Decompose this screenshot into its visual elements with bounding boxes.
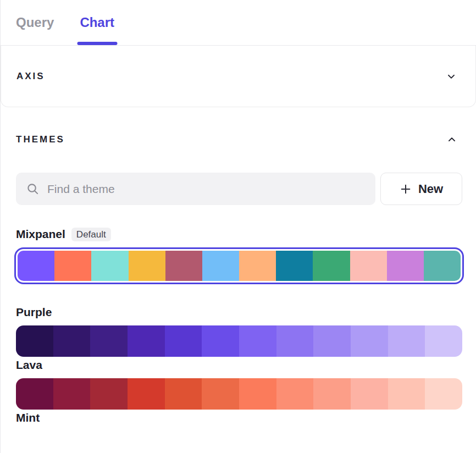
theme-item-lava[interactable]: Lava [16,357,462,410]
theme-item-mint[interactable]: Mint [16,410,462,426]
search-icon [26,183,39,195]
color-swatch[interactable] [54,251,91,281]
color-swatch[interactable] [165,325,202,357]
color-swatch[interactable] [425,378,462,410]
chevron-down-icon[interactable] [446,71,457,82]
color-swatch[interactable] [239,378,276,410]
color-swatch[interactable] [387,251,424,281]
new-theme-button-label: New [418,182,443,196]
color-swatch[interactable] [313,251,350,281]
theme-swatch-row[interactable] [18,251,461,281]
theme-search-input[interactable] [47,183,365,196]
theme-search-row: New [16,173,462,205]
theme-name: Lava [16,358,42,372]
color-swatch[interactable] [165,251,202,281]
color-swatch[interactable] [128,325,165,357]
color-swatch[interactable] [351,325,388,357]
theme-item-purple[interactable]: Purple [16,304,462,357]
theme-name: Purple [16,306,52,319]
color-swatch[interactable] [128,378,165,410]
color-swatch[interactable] [129,251,165,281]
themes-section-title: THEMES [16,134,65,145]
theme-item-mixpanel[interactable]: Mixpanel Default [16,226,462,284]
color-swatch[interactable] [18,251,54,281]
color-swatch[interactable] [202,378,239,410]
color-swatch[interactable] [239,325,276,357]
color-swatch[interactable] [202,325,239,357]
color-swatch[interactable] [16,378,53,410]
theme-label-row: Purple [16,304,462,321]
color-swatch[interactable] [388,325,425,357]
axis-section-header[interactable]: AXIS [1,46,476,107]
new-theme-button[interactable]: New [380,173,462,205]
themes-section: THEMES New Mixpanel Default [1,132,476,426]
themes-section-header[interactable]: THEMES [16,132,462,147]
color-swatch[interactable] [425,325,462,357]
plus-icon [400,183,412,195]
theme-label-row: Mint [16,410,462,426]
theme-swatch-row[interactable] [16,325,462,357]
color-swatch[interactable] [276,251,313,281]
color-swatch[interactable] [388,378,425,410]
axis-section-title: AXIS [16,71,45,82]
theme-label-row: Lava [16,357,462,373]
theme-name: Mint [16,411,40,424]
color-swatch[interactable] [239,251,276,281]
tab-query-label: Query [16,15,54,30]
color-swatch[interactable] [276,325,314,357]
color-swatch[interactable] [165,378,202,410]
tab-chart-label: Chart [80,15,114,30]
color-swatch[interactable] [53,325,91,357]
selected-theme-outline[interactable] [14,247,464,284]
color-swatch[interactable] [53,378,91,410]
tab-query[interactable]: Query [16,0,54,45]
theme-search-box[interactable] [16,173,375,205]
theme-name: Mixpanel [16,228,65,241]
chevron-up-icon[interactable] [446,134,457,145]
tab-bar: Query Chart [1,0,476,46]
color-swatch[interactable] [16,325,53,357]
default-badge: Default [71,228,111,241]
color-swatch[interactable] [313,325,351,357]
color-swatch[interactable] [424,251,461,281]
color-swatch[interactable] [351,378,388,410]
active-tab-indicator [77,42,117,45]
tab-chart[interactable]: Chart [80,0,114,45]
color-swatch[interactable] [90,325,128,357]
color-swatch[interactable] [276,378,314,410]
theme-label-row: Mixpanel Default [16,226,462,242]
color-swatch[interactable] [91,251,128,281]
color-swatch[interactable] [202,251,239,281]
theme-swatch-row[interactable] [16,378,462,410]
color-swatch[interactable] [90,378,128,410]
color-swatch[interactable] [313,378,351,410]
color-swatch[interactable] [350,251,387,281]
